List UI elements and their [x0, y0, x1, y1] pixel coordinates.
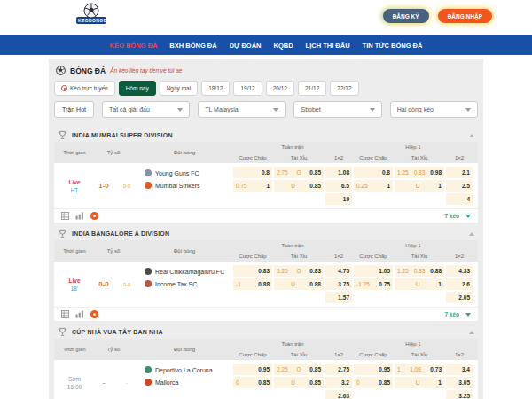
stats-icon[interactable] — [75, 310, 84, 318]
site-logo[interactable]: KEOBONGDA — [76, 3, 106, 24]
odds-h1-1[interactable]: 2.1 — [446, 167, 473, 178]
odds-h1-handicap-away[interactable]: 0.25 1 — [354, 180, 393, 192]
odds-h1-under[interactable]: U 1 — [395, 377, 444, 388]
date-tab-tomorrow[interactable]: Ngày mai — [160, 81, 198, 96]
odds-ft-under[interactable]: U 0.88 — [274, 278, 324, 290]
away-team[interactable]: Mumbai Strikers — [145, 179, 231, 192]
odds-ft-x[interactable]: 3.75 — [325, 278, 352, 290]
odds-h1-over[interactable]: 1 1.08 0.73 — [395, 364, 444, 375]
odds-h1-x[interactable]: 3.05 — [446, 377, 473, 388]
odds-h1-handicap-home[interactable]: 0.95 — [354, 364, 393, 375]
odds-h1-x[interactable]: 2.6 — [446, 278, 473, 290]
odds-ft-x[interactable]: 6.5 — [325, 180, 352, 192]
odds-h1-over[interactable]: 1.25 0.83 0.88 — [395, 265, 444, 277]
odds-ft-2[interactable]: 19 — [325, 193, 352, 205]
region-select[interactable]: TL Malaysia — [198, 101, 286, 118]
home-team[interactable]: Deportivo La Coruna — [145, 364, 231, 376]
register-button[interactable]: ĐĂNG KÝ — [383, 9, 429, 23]
nav-bxh-bong-da[interactable]: BXH BÓNG ĐÁ — [169, 42, 216, 50]
match-time: Live HT — [59, 167, 90, 205]
chevron-down-icon — [370, 108, 375, 112]
nav-lich-thi-dau[interactable]: LỊCH THI ĐẤU — [306, 42, 350, 50]
odds-h1-under[interactable]: U 1 — [395, 278, 444, 290]
odds-h1-x[interactable]: 2.5 — [446, 180, 473, 192]
match-time: Sớm 16:00 — [59, 364, 90, 399]
date-tab-today[interactable]: Hôm nay — [119, 81, 156, 96]
collapse-chevron-icon[interactable] — [469, 331, 474, 334]
date-tab-live[interactable]: Kèo trực tuyến — [54, 81, 115, 96]
odds-h1-handicap-home[interactable]: 1.05 — [354, 265, 393, 277]
odds-h1-handicap-away[interactable]: 0 0.85 — [354, 377, 393, 388]
date-tab-21-12[interactable]: 21/12 — [298, 81, 326, 96]
odds-ft-handicap-home[interactable]: 0.95 — [233, 364, 272, 375]
table-view-icon[interactable] — [61, 212, 69, 220]
odds-h1-under[interactable]: U 1 — [395, 180, 444, 192]
table-view-icon[interactable] — [61, 310, 69, 318]
col-1x2-h1: 1×2 — [446, 254, 473, 259]
nav-tin-tuc[interactable]: TIN TỨC BÓNG ĐÁ — [363, 42, 423, 50]
col-handicap-h1: Cược Chấp — [354, 155, 393, 160]
odds-ft-handicap-away[interactable]: 0.75 1 — [233, 180, 272, 192]
expand-chevron-icon[interactable] — [466, 215, 471, 218]
match-row[interactable]: Live HT 1-0 0-0 Young Guns FC Mumbai Str… — [54, 163, 478, 208]
odds-ft-2[interactable]: 2.63 — [325, 390, 352, 399]
odds-ft-over[interactable]: 2.75 O 0.85 — [274, 167, 324, 178]
team-list: Young Guns FC Mumbai Strikers — [137, 167, 231, 205]
home-team-badge-icon — [145, 169, 152, 176]
date-tab-20-12[interactable]: 20/12 — [266, 81, 294, 96]
bet-count[interactable]: 7 kèo — [444, 213, 459, 219]
live-stream-icon[interactable] — [90, 310, 98, 318]
league-header[interactable]: INDIA BANGALORE A DIVISION — [54, 227, 478, 240]
match-row[interactable]: Sớm 16:00 - - Deportivo La Coruna Mallor… — [54, 360, 478, 399]
league-select[interactable]: Tất cả giải đấu — [102, 101, 190, 118]
league-header[interactable]: CÚP NHÀ VUA TÂY BAN NHA — [54, 325, 478, 339]
live-stream-icon[interactable] — [90, 212, 98, 220]
match-score-half: - — [118, 364, 136, 399]
odds-h1-handicap-home[interactable]: 0.8 — [354, 167, 393, 178]
odds-ft-1[interactable]: 2.75 — [325, 364, 352, 375]
league-list: INDIA MUMBAI SUPER DIVISION Thời gian Tỷ… — [54, 129, 478, 399]
odds-h1-2[interactable]: 2.05 — [446, 292, 473, 303]
odds-ft-1[interactable]: 4.75 — [325, 265, 352, 277]
odds-ft-handicap-home[interactable]: 0.8 — [233, 167, 272, 178]
collapse-chevron-icon[interactable] — [469, 232, 474, 236]
odds-ft-under[interactable]: U 0.85 — [274, 180, 324, 192]
odds-h1-2[interactable]: 3.25 — [446, 390, 473, 399]
odds-ft-over[interactable]: 3.25 O 0.83 — [274, 265, 324, 277]
date-tab-22-12[interactable]: 22/12 — [330, 81, 358, 96]
home-team[interactable]: Young Guns FC — [145, 167, 231, 179]
odds-ft-over[interactable]: 2.25 O 0.85 — [274, 364, 324, 375]
home-team[interactable]: Real Chikkamagaluru FC — [145, 265, 231, 278]
match-row[interactable]: Live 18' 0-0 0-0 Real Chikkamagaluru FC … — [54, 262, 478, 307]
odds-lines-select[interactable]: Hai dòng kèo — [390, 101, 478, 118]
odds-ft-handicap-home[interactable]: 0.83 — [233, 265, 272, 277]
odds-ft-2[interactable]: 1.57 — [325, 292, 352, 303]
odds-ft-handicap-away[interactable]: -1 0.88 — [233, 278, 272, 290]
away-team[interactable]: Income Tax SC — [145, 278, 231, 290]
odds-h1-1[interactable]: 4.33 — [446, 265, 473, 277]
col-score: Tỷ số — [91, 150, 136, 155]
odds-ft-x[interactable]: 3.2 — [325, 377, 352, 388]
odds-ft-1[interactable]: 1.08 — [325, 167, 352, 178]
expand-chevron-icon[interactable] — [466, 313, 471, 317]
bet-count[interactable]: 7 kèo — [444, 311, 459, 317]
odds-h1-handicap-away[interactable]: -1.25 0.75 — [354, 278, 393, 290]
odds-ft-handicap-away[interactable]: 0 0.85 — [233, 377, 272, 388]
away-team[interactable]: Mallorca — [145, 376, 231, 388]
collapse-chevron-icon[interactable] — [469, 134, 474, 137]
odds-ft-under[interactable]: U 0.85 — [274, 377, 324, 388]
stats-icon[interactable] — [75, 212, 84, 220]
hot-matches-button[interactable]: Trận Hot — [54, 101, 94, 118]
nav-kqbd[interactable]: KQBD — [273, 42, 293, 50]
league-header[interactable]: INDIA MUMBAI SUPER DIVISION — [54, 129, 478, 142]
nav-keo-bong-da[interactable]: KÈO BÓNG ĐÁ — [110, 42, 158, 50]
login-button[interactable]: ĐĂNG NHẬP — [438, 9, 492, 23]
league-name: INDIA MUMBAI SUPER DIVISION — [72, 132, 465, 138]
bookmaker-select[interactable]: Sbobet — [293, 101, 381, 118]
date-tab-18-12[interactable]: 18/12 — [201, 81, 230, 96]
odds-h1-over[interactable]: 1.25 0.83 0.98 — [395, 167, 444, 178]
odds-h1-2[interactable]: 4 — [446, 193, 473, 205]
odds-h1-1[interactable]: 3.4 — [446, 364, 473, 375]
date-tab-19-12[interactable]: 19/12 — [233, 81, 262, 96]
nav-du-doan[interactable]: DỰ ĐOÁN — [230, 42, 262, 50]
